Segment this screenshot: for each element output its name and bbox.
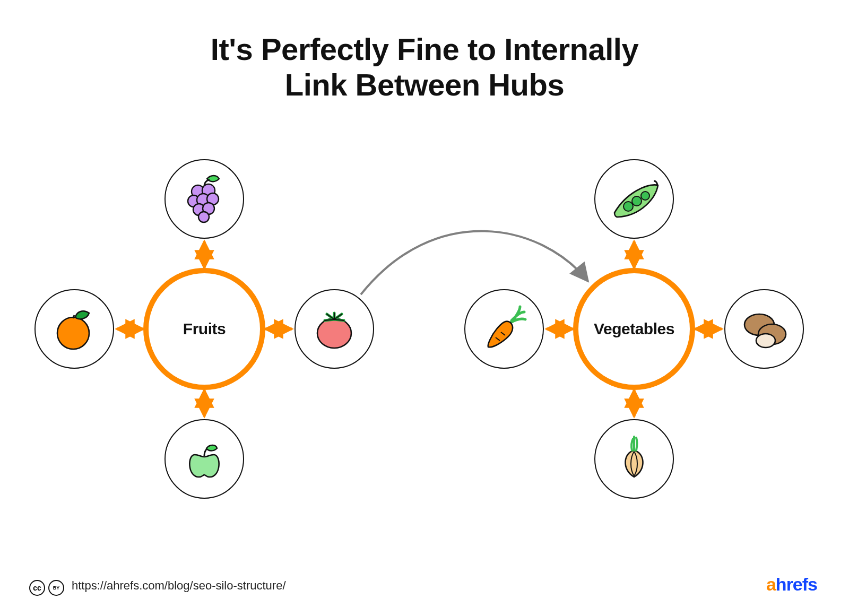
onion-icon	[608, 431, 661, 487]
node-tomato	[294, 289, 374, 369]
node-apple	[164, 419, 244, 499]
peapod-icon	[605, 171, 663, 227]
node-potatoes	[724, 289, 804, 369]
svg-point-9	[317, 318, 351, 348]
title-line-1: It's Perfectly Fine to Internally	[211, 32, 638, 66]
svg-point-11	[632, 196, 642, 206]
cross-hub-arrow	[361, 231, 588, 294]
svg-point-8	[57, 317, 89, 349]
hub-vegetables-label: Vegetables	[594, 320, 674, 338]
potatoes-icon	[735, 301, 793, 357]
node-carrot	[464, 289, 544, 369]
apple-icon	[178, 431, 231, 487]
hub-vegetables: Vegetables	[573, 268, 695, 390]
title-line-2: Link Between Hubs	[285, 67, 564, 102]
svg-point-12	[641, 192, 649, 200]
hub-fruits-label: Fruits	[183, 320, 226, 338]
orange-icon	[48, 301, 101, 357]
source-url: https://ahrefs.com/blog/seo-silo-structu…	[72, 579, 286, 593]
tomato-icon	[308, 301, 361, 357]
ahrefs-logo: ahrefs	[766, 574, 817, 595]
node-peapod	[594, 159, 674, 239]
carrot-icon	[478, 301, 531, 357]
hub-fruits: Fruits	[143, 268, 265, 390]
cc-icon: cc	[29, 580, 45, 596]
diagram-stage: It's Perfectly Fine to Internally Link B…	[0, 0, 849, 616]
diagram-title: It's Perfectly Fine to Internally Link B…	[106, 32, 743, 102]
license-badges: cc BY	[29, 580, 64, 596]
node-orange	[34, 289, 114, 369]
node-grapes	[164, 159, 244, 239]
node-onion	[594, 419, 674, 499]
grapes-icon	[178, 171, 231, 227]
svg-point-10	[623, 202, 633, 211]
svg-point-7	[198, 212, 209, 222]
cc-by-icon: BY	[48, 580, 64, 596]
svg-point-15	[756, 334, 775, 348]
